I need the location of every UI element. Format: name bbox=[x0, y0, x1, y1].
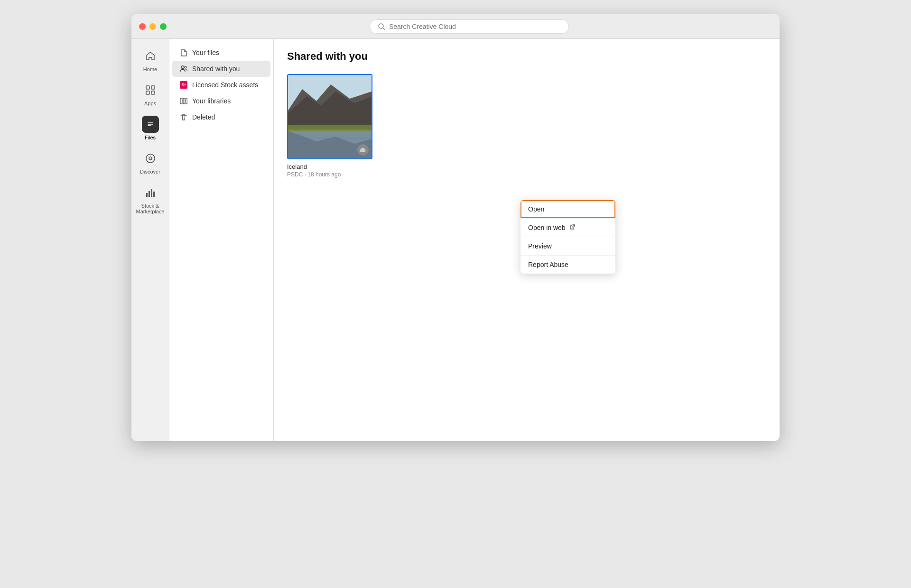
external-link-icon bbox=[569, 224, 575, 231]
st-badge-icon: St bbox=[180, 81, 187, 89]
home-icon-box bbox=[142, 47, 159, 64]
svg-rect-15 bbox=[180, 98, 182, 104]
files-label: Files bbox=[145, 135, 156, 140]
sidebar-item-stock[interactable]: Stock & Marketplace bbox=[131, 179, 169, 219]
stock-label: Stock & Marketplace bbox=[131, 203, 169, 214]
svg-rect-11 bbox=[151, 189, 152, 197]
home-label: Home bbox=[143, 66, 157, 72]
second-sidebar: Your files Shared with you St Licensed S… bbox=[169, 39, 274, 441]
maximize-button[interactable] bbox=[160, 23, 167, 30]
sidebar-item-home[interactable]: Home bbox=[131, 43, 169, 77]
licensed-stock-label: Licensed Stock assets bbox=[192, 81, 258, 89]
context-menu-open-in-web[interactable]: Open in web bbox=[521, 219, 615, 237]
sidebar-licensed-stock[interactable]: St Licensed Stock assets bbox=[172, 77, 270, 93]
icon-nav: Home Apps bbox=[131, 39, 169, 441]
files-icon-box bbox=[142, 116, 159, 133]
context-menu-preview[interactable]: Preview bbox=[521, 237, 615, 255]
your-files-label: Your files bbox=[192, 49, 219, 56]
home-icon bbox=[145, 51, 156, 61]
file-name: Iceland bbox=[287, 163, 372, 170]
svg-point-8 bbox=[149, 157, 152, 160]
apps-label: Apps bbox=[144, 101, 156, 106]
context-menu: Open Open in web Preview Report Abuse bbox=[521, 200, 615, 274]
svg-point-13 bbox=[181, 66, 184, 69]
stock-icon bbox=[145, 187, 156, 198]
svg-rect-12 bbox=[153, 192, 155, 197]
svg-line-1 bbox=[383, 28, 385, 30]
sidebar-your-files[interactable]: Your files bbox=[172, 45, 270, 61]
close-button[interactable] bbox=[139, 23, 146, 30]
search-bar bbox=[167, 19, 772, 34]
sidebar-item-discover[interactable]: Discover bbox=[131, 145, 169, 179]
file-icon bbox=[180, 49, 187, 56]
sidebar-item-files[interactable]: Files bbox=[131, 111, 169, 145]
svg-rect-10 bbox=[149, 191, 150, 197]
cloud-icon bbox=[360, 147, 366, 152]
svg-rect-9 bbox=[146, 193, 148, 197]
page-title: Shared with you bbox=[287, 50, 766, 63]
discover-icon-box bbox=[142, 150, 159, 167]
svg-rect-25 bbox=[288, 134, 372, 136]
file-card[interactable]: Iceland PSDC · 18 hours ago bbox=[287, 74, 372, 178]
sidebar-deleted[interactable]: Deleted bbox=[172, 109, 270, 125]
window-controls bbox=[139, 23, 167, 30]
trash-icon bbox=[180, 113, 187, 121]
svg-rect-5 bbox=[151, 91, 155, 94]
apps-icon bbox=[145, 85, 156, 95]
main-layout: Home Apps bbox=[131, 39, 780, 441]
file-meta: Iceland PSDC · 18 hours ago bbox=[287, 163, 372, 178]
stock-icon-box bbox=[142, 184, 159, 201]
files-icon bbox=[145, 119, 156, 129]
people-icon bbox=[180, 65, 187, 73]
library-icon bbox=[180, 97, 187, 105]
content-area: Shared with you bbox=[274, 39, 780, 441]
your-libraries-label: Your libraries bbox=[192, 97, 231, 105]
svg-rect-3 bbox=[151, 86, 155, 89]
title-bar bbox=[131, 14, 780, 39]
discover-icon bbox=[145, 153, 156, 164]
cloud-badge bbox=[357, 144, 369, 156]
svg-rect-17 bbox=[186, 98, 187, 104]
svg-point-14 bbox=[185, 66, 186, 68]
file-sub: PSDC · 18 hours ago bbox=[287, 171, 372, 178]
thumbnail-wrap bbox=[287, 74, 372, 159]
svg-rect-4 bbox=[146, 91, 149, 94]
discover-label: Discover bbox=[140, 169, 160, 175]
svg-rect-2 bbox=[146, 86, 149, 89]
sidebar-shared-with-you[interactable]: Shared with you bbox=[172, 61, 270, 77]
svg-rect-16 bbox=[183, 98, 185, 104]
search-icon bbox=[378, 23, 385, 30]
sidebar-item-apps[interactable]: Apps bbox=[131, 77, 169, 111]
minimize-button[interactable] bbox=[149, 23, 156, 30]
deleted-label: Deleted bbox=[192, 113, 215, 121]
context-menu-report-abuse[interactable]: Report Abuse bbox=[521, 256, 615, 274]
open-in-web-label: Open in web bbox=[528, 224, 566, 231]
search-input[interactable] bbox=[389, 23, 561, 30]
svg-point-7 bbox=[146, 154, 155, 163]
app-window: Home Apps bbox=[131, 14, 780, 441]
shared-label: Shared with you bbox=[192, 65, 240, 73]
sidebar-your-libraries[interactable]: Your libraries bbox=[172, 93, 270, 109]
apps-icon-box bbox=[142, 82, 159, 99]
search-input-wrap[interactable] bbox=[370, 19, 569, 34]
context-menu-open[interactable]: Open bbox=[521, 200, 615, 218]
